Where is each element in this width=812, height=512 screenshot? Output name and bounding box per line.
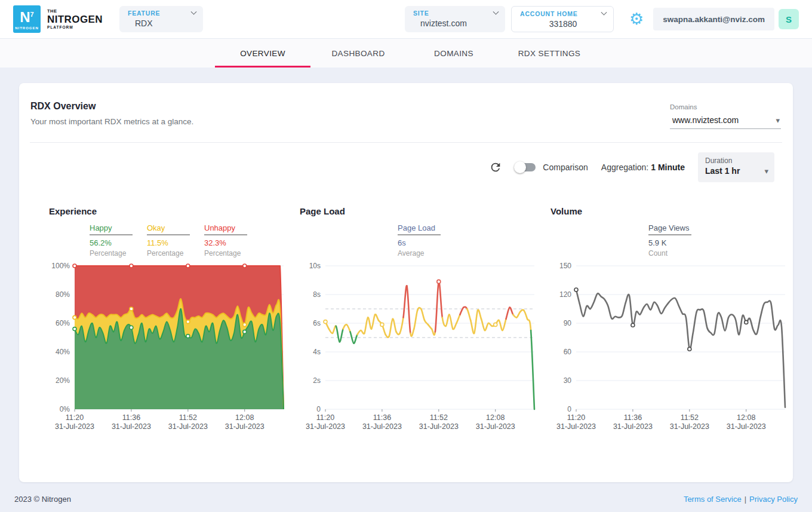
gear-icon[interactable]: ⚙ bbox=[629, 11, 644, 27]
copyright-text: 2023 © Nitrogen bbox=[14, 495, 71, 504]
chevron-down-icon bbox=[190, 8, 196, 14]
svg-text:31-Jul-2023: 31-Jul-2023 bbox=[556, 422, 596, 431]
svg-text:11:20: 11:20 bbox=[567, 413, 585, 422]
charts-row: Experience Happy 56.2% Percentage Okay 1… bbox=[19, 182, 793, 438]
svg-text:31-Jul-2023: 31-Jul-2023 bbox=[670, 422, 709, 431]
duration-select-value: Last 1 hr bbox=[705, 166, 740, 176]
svg-text:80%: 80% bbox=[56, 290, 70, 299]
aggregation-info: Aggregation:1 Minute bbox=[601, 163, 685, 172]
toggle-knob bbox=[514, 161, 526, 173]
svg-text:11:36: 11:36 bbox=[624, 413, 642, 422]
feature-select[interactable]: FEATURE RDX bbox=[119, 6, 203, 32]
svg-text:11:20: 11:20 bbox=[66, 413, 84, 422]
account-home-select[interactable]: ACCOUNT HOME 331880 bbox=[511, 6, 614, 32]
overview-card: RDX Overview Your most important RDX met… bbox=[19, 83, 793, 482]
svg-text:0%: 0% bbox=[60, 405, 70, 413]
svg-text:31-Jul-2023: 31-Jul-2023 bbox=[362, 422, 402, 431]
logo-n7: N7 bbox=[20, 10, 33, 24]
svg-text:31-Jul-2023: 31-Jul-2023 bbox=[476, 422, 515, 431]
brand-text: THE NITROGEN PLATFORM bbox=[47, 9, 103, 30]
experience-title: Experience bbox=[49, 206, 288, 216]
aggregation-value: 1 Minute bbox=[651, 163, 685, 172]
svg-text:90: 90 bbox=[564, 319, 572, 327]
user-email-chip[interactable]: swapna.akkanti@nviz.com bbox=[653, 8, 774, 30]
svg-text:31-Jul-2023: 31-Jul-2023 bbox=[168, 422, 208, 431]
experience-chart: 0%20%40%60%80%100%11:2031-Jul-202311:363… bbox=[49, 259, 288, 438]
svg-text:31-Jul-2023: 31-Jul-2023 bbox=[613, 422, 653, 431]
logo-badge-text: NITROGEN bbox=[15, 26, 39, 30]
tab-dashboard[interactable]: DASHBOARD bbox=[310, 39, 406, 68]
experience-panel: Experience Happy 56.2% Percentage Okay 1… bbox=[49, 206, 288, 438]
volume-panel: Volume Page Views 5.9 K Count 0306090120… bbox=[550, 206, 789, 438]
svg-text:11:20: 11:20 bbox=[316, 413, 334, 422]
duration-select[interactable]: Duration Last 1 hr ▾ bbox=[698, 152, 774, 182]
main-nav-tabs: OVERVIEW DASHBOARD DOMAINS RDX SETTINGS bbox=[0, 39, 812, 68]
svg-text:31-Jul-2023: 31-Jul-2023 bbox=[727, 422, 766, 431]
svg-text:8s: 8s bbox=[313, 290, 321, 299]
feature-select-value: RDX bbox=[128, 19, 196, 28]
svg-text:40%: 40% bbox=[56, 348, 70, 356]
site-select[interactable]: SITE nviztest.com bbox=[405, 6, 505, 32]
top-bar: N7 NITROGEN THE NITROGEN PLATFORM FEATUR… bbox=[0, 0, 812, 39]
svg-text:11:36: 11:36 bbox=[373, 413, 391, 422]
nitrogen-logo-icon: N7 NITROGEN bbox=[13, 5, 41, 33]
site-select-label: SITE bbox=[413, 10, 429, 17]
privacy-policy-link[interactable]: Privacy Policy bbox=[749, 495, 798, 504]
svg-text:100%: 100% bbox=[51, 262, 70, 270]
svg-text:6s: 6s bbox=[313, 319, 321, 327]
unhappy-stat: Unhappy 32.3% Percentage bbox=[204, 223, 247, 257]
caret-down-icon: ▾ bbox=[764, 167, 768, 175]
svg-text:12:08: 12:08 bbox=[486, 413, 505, 422]
tab-rdx-settings[interactable]: RDX SETTINGS bbox=[502, 39, 597, 68]
svg-text:12:08: 12:08 bbox=[737, 413, 755, 422]
avatar[interactable]: S bbox=[779, 9, 799, 29]
pageload-stat: Page Load 6s Average bbox=[398, 223, 441, 257]
chart-toolbar: Comparison Aggregation:1 Minute Duration… bbox=[19, 143, 793, 182]
site-select-value: nviztest.com bbox=[413, 19, 498, 28]
svg-text:30: 30 bbox=[564, 376, 572, 385]
page-heading: RDX Overview Your most important RDX met… bbox=[30, 101, 193, 129]
comparison-toggle[interactable] bbox=[515, 163, 536, 171]
svg-text:31-Jul-2023: 31-Jul-2023 bbox=[225, 422, 264, 431]
svg-text:11:52: 11:52 bbox=[179, 413, 197, 422]
caret-down-icon: ▾ bbox=[776, 116, 780, 124]
okay-stat: Okay 11.5% Percentage bbox=[147, 223, 190, 257]
refresh-icon[interactable] bbox=[489, 161, 502, 174]
page-content: RDX Overview Your most important RDX met… bbox=[0, 68, 812, 486]
happy-stat: Happy 56.2% Percentage bbox=[90, 223, 133, 257]
svg-text:0: 0 bbox=[567, 405, 571, 413]
svg-text:60%: 60% bbox=[56, 319, 70, 327]
svg-text:11:36: 11:36 bbox=[122, 413, 140, 422]
svg-text:11:52: 11:52 bbox=[430, 413, 448, 422]
volume-title: Volume bbox=[550, 206, 789, 216]
domains-select-value: www.nviztest.com bbox=[672, 115, 739, 125]
pageload-title: Page Load bbox=[300, 206, 539, 216]
svg-text:120: 120 bbox=[559, 290, 571, 299]
svg-text:2s: 2s bbox=[313, 376, 321, 385]
pageload-chart: 02s4s6s8s10s11:2031-Jul-202311:3631-Jul-… bbox=[300, 259, 539, 438]
feature-select-label: FEATURE bbox=[128, 10, 160, 17]
footer-links: Terms of Service|Privacy Policy bbox=[684, 495, 798, 504]
svg-text:20%: 20% bbox=[56, 376, 70, 385]
svg-text:31-Jul-2023: 31-Jul-2023 bbox=[112, 422, 151, 431]
svg-text:11:52: 11:52 bbox=[681, 413, 699, 422]
terms-of-service-link[interactable]: Terms of Service bbox=[684, 495, 742, 504]
account-home-label: ACCOUNT HOME bbox=[520, 10, 578, 17]
domains-select[interactable]: Domains www.nviztest.com ▾ bbox=[670, 101, 781, 129]
duration-select-label: Duration bbox=[705, 157, 768, 165]
svg-text:0: 0 bbox=[316, 405, 321, 413]
page-title: RDX Overview bbox=[30, 101, 193, 112]
svg-text:12:08: 12:08 bbox=[235, 413, 254, 422]
brand-logo: N7 NITROGEN THE NITROGEN PLATFORM bbox=[13, 5, 103, 33]
svg-text:31-Jul-2023: 31-Jul-2023 bbox=[419, 422, 459, 431]
chevron-down-icon bbox=[493, 8, 499, 14]
tab-domains[interactable]: DOMAINS bbox=[406, 39, 502, 68]
tab-overview[interactable]: OVERVIEW bbox=[215, 39, 310, 68]
pageviews-stat: Page Views 5.9 K Count bbox=[648, 223, 691, 257]
page-subtitle: Your most important RDX metrics at a gla… bbox=[30, 117, 193, 126]
chevron-down-icon bbox=[601, 9, 607, 15]
svg-text:60: 60 bbox=[564, 348, 572, 356]
comparison-label: Comparison bbox=[543, 163, 588, 172]
svg-text:31-Jul-2023: 31-Jul-2023 bbox=[55, 422, 94, 431]
svg-text:150: 150 bbox=[559, 262, 571, 270]
